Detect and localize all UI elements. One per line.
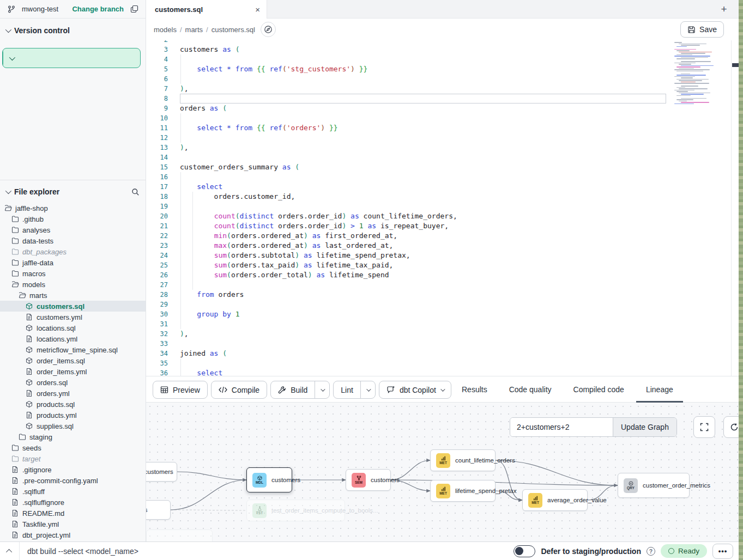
save-button[interactable]: Save	[680, 21, 724, 38]
lineage-node-average_order_value[interactable]: METaverage_order_value	[522, 489, 588, 511]
tab-customers-sql[interactable]: customers.sql ×	[146, 0, 267, 19]
build-dropdown[interactable]	[315, 381, 329, 398]
dbt-command-placeholder[interactable]: dbt build --select <model_name>	[27, 547, 138, 556]
breadcrumb-item[interactable]: marts	[185, 26, 203, 34]
code-line-30[interactable]: 30 group by 1	[146, 309, 731, 319]
defer-toggle[interactable]	[514, 545, 535, 557]
code-line-3[interactable]: 3customers as (	[146, 45, 731, 54]
tree-item-dbt-project-yml[interactable]: dbt_project.yml	[0, 529, 146, 540]
lineage-node-partial_node[interactable]	[146, 529, 213, 541]
code-line-29[interactable]: 29	[146, 300, 731, 309]
code-line-9[interactable]: 9orders as (	[146, 104, 731, 113]
scrollbar-handle[interactable]	[732, 63, 739, 67]
tree-item-jaffle-data[interactable]: jaffle-data	[0, 257, 146, 268]
tree-item-customers-sql[interactable]: customers.sql	[0, 301, 146, 312]
tree-item-dbt-packages[interactable]: dbt_packages	[0, 246, 146, 257]
lineage-node-count_lifetime_orders[interactable]: METcount_lifetime_orders	[430, 449, 496, 471]
chevron-down-icon[interactable]	[5, 188, 11, 194]
ready-status-badge[interactable]: Ready	[661, 544, 707, 558]
code-line-27[interactable]: 27	[146, 280, 731, 290]
tree-item-analyses[interactable]: analyses	[0, 224, 146, 235]
code-line-6[interactable]: 6	[146, 74, 731, 84]
build-button[interactable]: Build	[270, 381, 330, 399]
tree-item-models[interactable]: models	[0, 279, 146, 290]
tree-item-metricflow-time-spine-sql[interactable]: metricflow_time_spine.sql	[0, 344, 146, 355]
code-line-2[interactable]: 2	[146, 40, 731, 45]
code-line-36[interactable]: 36 select	[146, 368, 731, 376]
tree-item--pre-commit-config-yaml[interactable]: .pre-commit-config.yaml	[0, 475, 146, 486]
lineage-node-orders_src[interactable]: orders	[146, 500, 171, 520]
code-line-31[interactable]: 31	[146, 319, 731, 329]
tree-item-macros[interactable]: macros	[0, 268, 146, 279]
code-line-19[interactable]: 19	[146, 202, 731, 211]
code-line-14[interactable]: 14	[146, 153, 731, 162]
code-line-12[interactable]: 12	[146, 133, 731, 143]
code-line-20[interactable]: 20 count(distinct orders.order_id) as co…	[146, 211, 731, 221]
lint-dropdown[interactable]	[360, 381, 375, 398]
tree-item-products-sql[interactable]: products.sql	[0, 399, 146, 410]
lineage-node-customer_order_metrics[interactable]: QRYcustomer_order_metrics	[618, 473, 690, 498]
code-line-25[interactable]: 25 sum(orders.tax_paid) as lifetime_tax_…	[146, 260, 731, 270]
lineage-node-lifetime_spend_pretax[interactable]: METlifetime_spend_pretax	[430, 480, 496, 502]
code-line-26[interactable]: 26 sum(orders.order_total) as lifetime_s…	[146, 270, 731, 280]
chevron-down-icon[interactable]	[5, 27, 11, 33]
panel-tab-lineage[interactable]: Lineage	[644, 376, 675, 402]
code-line-11[interactable]: 11 select * from {{ ref('orders') }}	[146, 123, 731, 133]
lint-button[interactable]: Lint	[333, 381, 376, 399]
tree-item--sqlfluffignore[interactable]: .sqlfluffignore	[0, 497, 146, 508]
tree-item-readme-md[interactable]: README.md	[0, 508, 146, 519]
lineage-selector-input[interactable]	[510, 418, 613, 436]
code-line-23[interactable]: 23 max(orders.ordered_at) as last_ordere…	[146, 241, 731, 251]
tree-item-seeds[interactable]: seeds	[0, 442, 146, 453]
tree-item--sqlfluff[interactable]: .sqlfluff	[0, 486, 146, 497]
code-line-5[interactable]: 5 select * from {{ ref('stg_customers') …	[146, 64, 731, 74]
lineage-node-customers_model[interactable]: MDLcustomers	[246, 467, 292, 492]
compass-icon[interactable]	[261, 22, 276, 37]
code-line-4[interactable]: 4	[146, 54, 731, 64]
code-line-7[interactable]: 7),	[146, 84, 731, 94]
fullscreen-icon[interactable]	[693, 416, 715, 438]
tree-item-orders-yml[interactable]: orders.yml	[0, 388, 146, 399]
tree-item-orders-sql[interactable]: orders.sql	[0, 377, 146, 388]
code-editor[interactable]: 23customers as (45 select * from {{ ref(…	[146, 40, 739, 376]
panel-tab-results[interactable]: Results	[460, 376, 490, 402]
tree-item--gitignore[interactable]: .gitignore	[0, 464, 146, 475]
compile-button[interactable]: Compile	[211, 381, 267, 399]
breadcrumb-item[interactable]: models	[154, 26, 177, 34]
editor-scrollbar[interactable]	[731, 40, 739, 376]
tree-item-target[interactable]: target	[0, 453, 146, 464]
tree-item-data-tests[interactable]: data-tests	[0, 235, 146, 246]
tree-item-locations-sql[interactable]: locations.sql	[0, 322, 146, 333]
create-pr-button[interactable]: Create a pull request on Git...	[2, 48, 141, 68]
tree-item-jaffle-shop[interactable]: jaffle-shop	[0, 203, 146, 214]
preview-button[interactable]: Preview	[153, 381, 208, 399]
tree-item-supplies-sql[interactable]: supplies.sql	[0, 421, 146, 431]
dbt-copilot-button[interactable]: dbt Copilot	[379, 381, 451, 399]
code-line-10[interactable]: 10	[146, 113, 731, 123]
code-line-16[interactable]: 16	[146, 172, 731, 182]
minimap[interactable]	[672, 41, 716, 104]
code-line-17[interactable]: 17 select	[146, 182, 731, 192]
tree-item-staging[interactable]: staging	[0, 431, 146, 442]
tree-item-locations-yml[interactable]: locations.yml	[0, 333, 146, 344]
breadcrumb-item[interactable]: customers.sql	[212, 26, 255, 34]
code-line-35[interactable]: 35	[146, 358, 731, 368]
close-tab-icon[interactable]: ×	[255, 5, 260, 14]
code-line-33[interactable]: 33	[146, 339, 731, 349]
code-line-21[interactable]: 21 count(distinct orders.order_id) > 1 a…	[146, 221, 731, 231]
tree-item-products-yml[interactable]: products.yml	[0, 410, 146, 421]
code-line-24[interactable]: 24 sum(orders.subtotal) as lifetime_spen…	[146, 251, 731, 260]
code-line-32[interactable]: 32),	[146, 329, 731, 339]
code-line-13[interactable]: 13),	[146, 143, 731, 153]
lineage-node-customers_sem[interactable]: SEMcustomers	[346, 469, 391, 491]
search-icon[interactable]	[129, 186, 141, 198]
collapse-panel-button[interactable]	[0, 542, 20, 560]
new-tab-button[interactable]: +	[717, 2, 731, 16]
refresh-icon[interactable]	[723, 416, 739, 438]
change-branch-link[interactable]: Change branch	[72, 5, 124, 13]
tree-item-customers-yml[interactable]: customers.yml	[0, 312, 146, 322]
tree-item-marts[interactable]: marts	[0, 290, 146, 301]
help-icon[interactable]: ?	[647, 547, 655, 556]
pr-dropdown-button[interactable]	[3, 48, 19, 68]
tree-item-taskfile-yml[interactable]: Taskfile.yml	[0, 519, 146, 529]
